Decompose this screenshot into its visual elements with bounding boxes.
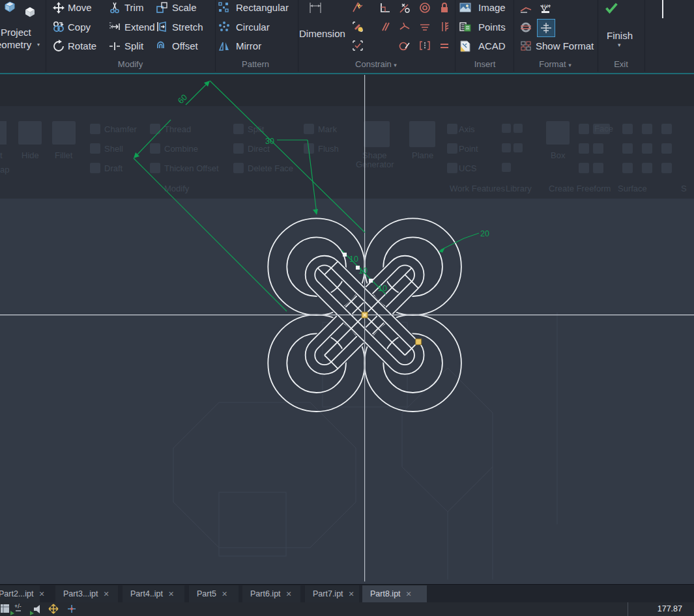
svg-text:Axis: Axis — [459, 124, 475, 134]
svg-text:Modify: Modify — [164, 184, 190, 193]
svg-text:Box: Box — [551, 150, 566, 160]
svg-text:10: 10 — [378, 284, 387, 293]
svg-text:Work Features: Work Features — [450, 184, 506, 193]
svg-text:t: t — [0, 150, 3, 160]
svg-text:Delete Face: Delete Face — [248, 163, 293, 173]
svg-text:Point: Point — [459, 144, 478, 154]
svg-text:Face: Face — [594, 124, 613, 133]
svg-text:Surface: Surface — [618, 184, 647, 193]
svg-text:Generator: Generator — [356, 160, 394, 169]
svg-text:Draft: Draft — [104, 163, 123, 173]
svg-text:Combine: Combine — [164, 144, 198, 154]
svg-text:30: 30 — [265, 137, 274, 146]
svg-text:UCS: UCS — [459, 163, 477, 173]
svg-text:Shell: Shell — [104, 144, 123, 154]
svg-text:Fillet: Fillet — [55, 150, 73, 160]
svg-text:Flush: Flush — [318, 144, 339, 154]
svg-text:H H: H H — [542, 4, 550, 8]
svg-text:Plane: Plane — [412, 150, 433, 160]
svg-text:S: S — [681, 184, 687, 193]
svg-text:+/-: +/- — [14, 603, 22, 609]
svg-text:Chamfer: Chamfer — [104, 124, 137, 134]
svg-text:Mark: Mark — [318, 124, 337, 134]
svg-text:ap: ap — [0, 165, 9, 175]
svg-text:20: 20 — [480, 229, 489, 238]
svg-text:Thicken Offset: Thicken Offset — [164, 163, 219, 173]
svg-text:Thread: Thread — [164, 124, 191, 134]
svg-text:Shape: Shape — [362, 150, 387, 160]
svg-text:Library: Library — [506, 184, 532, 193]
svg-text:10: 10 — [358, 266, 368, 275]
svg-text:Hide: Hide — [22, 150, 39, 160]
svg-text:Create Freeform: Create Freeform — [549, 184, 611, 193]
svg-text:10: 10 — [349, 255, 358, 264]
